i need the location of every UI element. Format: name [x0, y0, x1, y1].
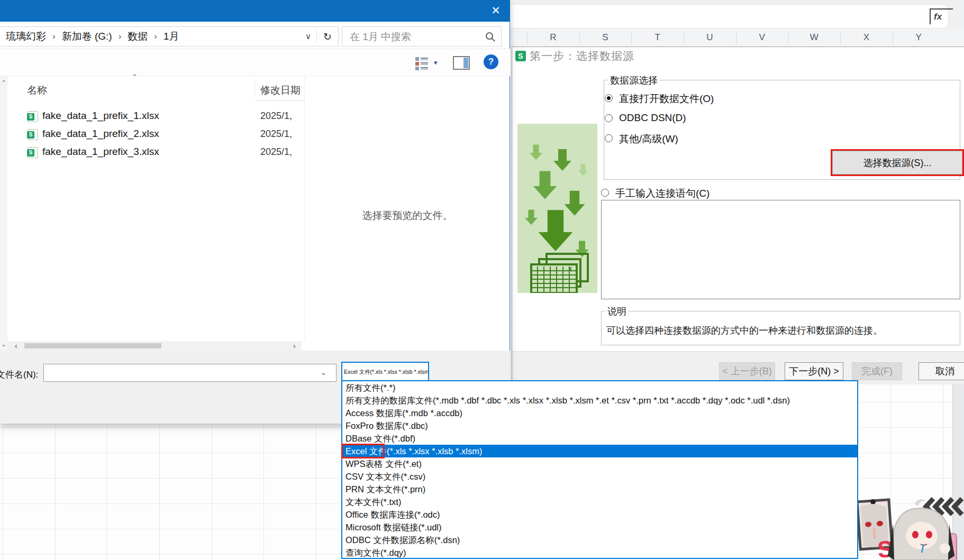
- file-date: 2025/1,: [260, 111, 304, 122]
- column-header-X: X: [840, 29, 893, 47]
- wizard-step-title: 第一步：选择数据源: [530, 49, 634, 63]
- select-datasource-button[interactable]: 选择数据源(S)...: [832, 151, 962, 175]
- breadcrumb-item[interactable]: 1月: [163, 30, 179, 43]
- file-type-dropdown: 所有文件(*.*)所有支持的数据库文件(*.mdb *.dbf *.dbc *.…: [341, 380, 858, 559]
- scroll-left-icon[interactable]: ‹: [15, 342, 17, 350]
- file-type-option[interactable]: FoxPro 数据库(*.dbc): [342, 419, 857, 432]
- breadcrumb-separator-icon[interactable]: ›: [154, 31, 157, 42]
- next-step-button[interactable]: 下一步(N) >: [785, 362, 843, 380]
- annotation-select-source: 选择数据源(S)...: [831, 149, 964, 176]
- dialog-titlebar: [0, 0, 510, 22]
- filename-input[interactable]: [43, 364, 337, 382]
- file-list: Sfake_data_1_prefix_1.xlsx2025/1,Sfake_d…: [19, 108, 305, 166]
- cancel-button[interactable]: 取消: [918, 362, 964, 380]
- spreadsheet-file-icon: S: [28, 111, 38, 122]
- scroll-up-icon[interactable]: ⌃: [0, 79, 7, 86]
- file-row[interactable]: Sfake_data_1_prefix_2.xlsx2025/1,: [19, 126, 305, 144]
- horizontal-scrollbar[interactable]: ‹ ›: [7, 341, 302, 351]
- wps-app-icon: S: [515, 51, 526, 61]
- insert-function-icon[interactable]: fx: [930, 8, 953, 24]
- header-underline: [256, 100, 304, 100]
- radio-manual-connection[interactable]: [601, 189, 609, 197]
- breadcrumb-item[interactable]: 新加卷 (G:): [62, 30, 112, 43]
- column-header-name[interactable]: 名称: [27, 84, 47, 97]
- file-type-option[interactable]: 所有支持的数据库文件(*.mdb *.dbf *.dbc *.xls *.xls…: [342, 394, 857, 407]
- scrollbar-thumb[interactable]: [24, 343, 161, 348]
- column-header-S: S: [579, 29, 632, 47]
- breadcrumb-dropdown-icon[interactable]: ∨: [300, 32, 316, 41]
- file-type-option[interactable]: ODBC 文件数据源名称(*.dsn): [342, 534, 857, 546]
- help-icon[interactable]: ?: [484, 54, 498, 69]
- file-type-option[interactable]: Office 数据库连接(*.odc): [342, 508, 857, 521]
- filename-label: 文件名(N):: [0, 369, 38, 381]
- screen: fx RSTUVWXY S: [0, 0, 964, 560]
- breadcrumb-item[interactable]: 数据: [128, 30, 148, 43]
- preview-pane-divider: [304, 77, 305, 340]
- column-header-U: U: [684, 29, 736, 47]
- connection-string-textarea[interactable]: [601, 200, 960, 299]
- file-row[interactable]: Sfake_data_1_prefix_3.xlsx2025/1,: [19, 144, 305, 162]
- import-wizard-dialog: S 第一步：选择数据源 x: [512, 47, 964, 384]
- character-sticker: S: [853, 478, 964, 560]
- file-name[interactable]: fake_data_1_prefix_1.xlsx: [42, 110, 159, 122]
- file-type-option[interactable]: PRN 文本文件(*.prn): [342, 483, 857, 495]
- breadcrumb: 琉璃幻彩›新加卷 (G:)›数据›1月 ∨ ↻: [0, 26, 339, 47]
- file-type-option[interactable]: WPS表格 文件(*.et): [342, 457, 857, 470]
- file-type-option[interactable]: 所有文件(*.*): [342, 381, 857, 394]
- file-date: 2025/1,: [260, 128, 304, 140]
- file-type-option[interactable]: DBase 文件(*.dbf): [342, 432, 857, 445]
- file-type-option[interactable]: Access 数据库(*.mdb *.accdb): [342, 407, 857, 419]
- close-icon[interactable]: ✕: [487, 3, 504, 18]
- file-type-option[interactable]: 文本文件(*.txt): [342, 495, 857, 508]
- column-header-V: V: [736, 29, 788, 47]
- radio-odbc-dsn-label[interactable]: ODBC DSN(D): [619, 112, 686, 124]
- view-mode-icon[interactable]: [414, 55, 429, 71]
- finish-button[interactable]: 完成(F): [852, 362, 902, 380]
- file-date: 2025/1,: [260, 146, 304, 158]
- scroll-down-icon[interactable]: ⌄: [0, 341, 7, 348]
- view-mode-caret-icon[interactable]: ▾: [434, 59, 438, 67]
- scroll-right-icon[interactable]: ›: [293, 342, 296, 350]
- file-type-option[interactable]: 查询文件(*.dqy): [342, 546, 857, 559]
- column-header-R: R: [527, 29, 579, 47]
- sort-ascending-icon[interactable]: ⌃: [132, 73, 138, 81]
- breadcrumb-separator-icon[interactable]: ›: [119, 31, 122, 42]
- breadcrumb-item[interactable]: 琉璃幻彩: [6, 30, 46, 43]
- column-header-Y: Y: [893, 29, 945, 47]
- radio-odbc-dsn[interactable]: [605, 114, 613, 122]
- search-input[interactable]: [349, 29, 478, 45]
- datasource-group-label: 数据源选择: [608, 74, 660, 87]
- file-type-option[interactable]: Excel 文件(*.xls *.xlsx *.xlsb *.xlsm): [342, 445, 857, 457]
- filename-dropdown-icon[interactable]: ⌄: [321, 369, 326, 377]
- preview-hint: 选择要预览的文件。: [339, 209, 476, 223]
- breadcrumb-separator-icon[interactable]: ›: [52, 31, 56, 42]
- file-row[interactable]: Sfake_data_1_prefix_1.xlsx2025/1,: [19, 108, 305, 126]
- file-type-option[interactable]: Microsoft 数据链接(*.udl): [342, 521, 857, 534]
- spreadsheet-file-icon: S: [28, 147, 38, 158]
- file-name[interactable]: fake_data_1_prefix_2.xlsx: [42, 128, 159, 140]
- file-type-combobox[interactable]: Excel 文件(*.xls *.xlsx *.xlsb *.xlsm): [341, 362, 429, 382]
- wizard-description: 可以选择四种连接数据源的方式中的一种来进行和数据源的连接。: [606, 324, 883, 337]
- file-name[interactable]: fake_data_1_prefix_3.xlsx: [42, 146, 159, 158]
- annotation-excel-filter: [341, 444, 385, 458]
- radio-other-advanced-label[interactable]: 其他/高级(W): [619, 132, 678, 146]
- preview-pane-icon[interactable]: [453, 56, 470, 70]
- search-icon[interactable]: [485, 32, 496, 42]
- column-header-T: T: [631, 29, 684, 47]
- column-splitter[interactable]: [254, 79, 255, 97]
- spreadsheet-file-icon: S: [28, 129, 38, 140]
- description-group-label: 说明: [605, 305, 629, 318]
- import-illustration: x: [517, 124, 597, 293]
- column-header-W: W: [788, 29, 841, 47]
- refresh-icon[interactable]: ↻: [317, 31, 338, 43]
- radio-open-data-file-label[interactable]: 直接打开数据文件(O): [619, 92, 714, 106]
- radio-other-advanced[interactable]: [605, 134, 613, 142]
- search-box: [342, 26, 502, 47]
- file-type-option[interactable]: CSV 文本文件(*.csv): [342, 470, 857, 483]
- nav-pane-scrollbar[interactable]: ⌃ ⌄: [0, 76, 7, 351]
- radio-open-data-file[interactable]: [605, 94, 613, 102]
- radio-manual-connection-label[interactable]: 手工输入连接语句(C): [615, 187, 710, 200]
- column-header-date[interactable]: 修改日期: [260, 84, 304, 97]
- file-open-dialog: ✕ 琉璃幻彩›新加卷 (G:)›数据›1月 ∨ ↻ ▾: [0, 0, 510, 424]
- prev-step-button[interactable]: < 上一步(B): [719, 362, 775, 380]
